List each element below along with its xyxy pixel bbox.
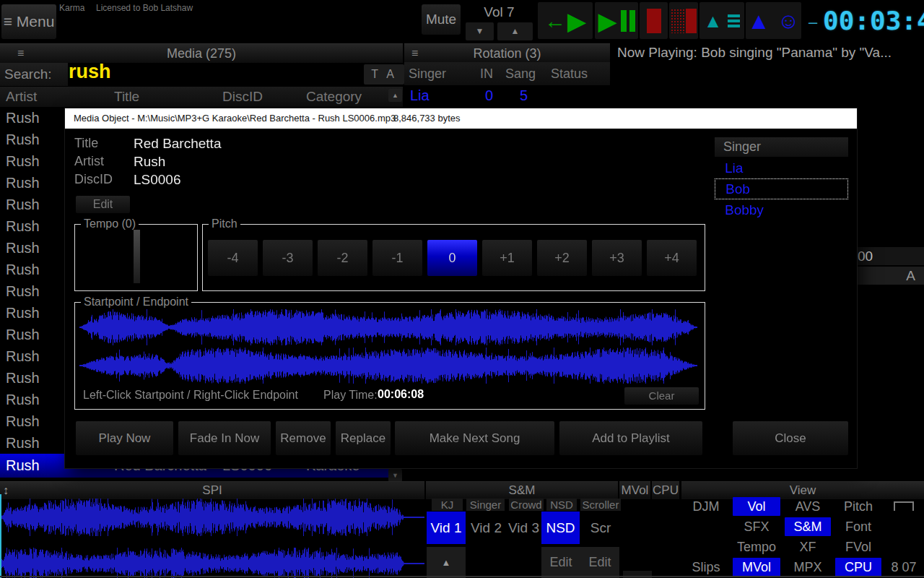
singer-item[interactable]: Lia xyxy=(715,158,848,178)
volume-up-button[interactable]: ▲ xyxy=(497,22,533,40)
channel-label-scroller[interactable]: Scroller xyxy=(580,499,621,511)
tempo-slider[interactable] xyxy=(134,230,140,283)
sm-panel-header: S&M xyxy=(426,481,618,499)
source-button-vid-3[interactable]: Vid 3 xyxy=(508,512,539,544)
transport-fade-stop-button[interactable] xyxy=(669,2,698,39)
column-title[interactable]: Title xyxy=(114,87,139,107)
view-toggle-font[interactable]: Font xyxy=(833,517,884,537)
edit-button[interactable]: Edit xyxy=(549,555,572,570)
media-panel-title: Media (275) xyxy=(0,44,403,63)
background-partial-value: 00 xyxy=(856,247,924,265)
tempo-legend: Tempo (0) xyxy=(81,217,139,230)
view-toggle-cpu[interactable]: CPU xyxy=(835,558,881,577)
sm-edit-panel: EditEdit xyxy=(541,547,619,578)
dialog-waveform[interactable] xyxy=(79,308,697,384)
channel-label-crowd[interactable]: Crowd xyxy=(509,499,544,511)
search-input[interactable]: rush xyxy=(69,61,111,83)
pitch-button-+2[interactable]: +2 xyxy=(537,240,587,276)
view-toggle-mvol[interactable]: MVol xyxy=(733,558,780,577)
transport-stop-button[interactable] xyxy=(640,2,668,39)
view-toggle-tempo[interactable]: Tempo xyxy=(731,537,783,557)
spi-title: SPI xyxy=(202,483,222,497)
rotation-panel-title: Rotation (3) xyxy=(404,44,610,63)
singer-list: LiaBobBobby xyxy=(715,158,848,220)
singer-sang: 5 xyxy=(520,85,528,105)
transport-restart-button[interactable]: ← ▶ xyxy=(538,2,593,39)
view-toggle-sfx[interactable]: SFX xyxy=(731,517,783,537)
edit-button[interactable]: Edit xyxy=(588,555,611,570)
pitch-button-+4[interactable]: +4 xyxy=(647,240,697,276)
column-discid[interactable]: DiscID xyxy=(222,87,263,107)
singer-item[interactable]: Bobby xyxy=(715,199,848,220)
transport-singer-button[interactable]: ▲ ☺ xyxy=(746,2,801,39)
volume-down-button[interactable]: ▼ xyxy=(466,22,494,40)
view-toggle-djm[interactable]: DJM xyxy=(681,496,731,517)
column-category[interactable]: Category xyxy=(306,87,362,107)
channel-label-kj[interactable]: KJ xyxy=(432,499,463,511)
cpu-header[interactable]: CPU xyxy=(652,481,679,499)
stop-icon xyxy=(647,9,661,33)
play-now-button[interactable]: Play Now xyxy=(76,421,173,455)
view-toggle-pitch[interactable]: Pitch xyxy=(833,496,884,517)
sm-up-button[interactable]: ▲ xyxy=(427,547,466,578)
field-value-title: Red Barchetta xyxy=(134,134,221,152)
pitch-button-+1[interactable]: +1 xyxy=(482,240,532,276)
search-label: Search: xyxy=(0,63,68,86)
replace-button[interactable]: Replace xyxy=(336,421,391,455)
monitor-icon xyxy=(884,496,924,517)
column-sang[interactable]: Sang xyxy=(505,62,536,85)
add-to-playlist-button[interactable]: Add to Playlist xyxy=(559,421,702,455)
channel-label-nsd[interactable]: NSD xyxy=(546,499,577,511)
spi-waveform xyxy=(0,497,424,578)
rotation-row[interactable]: Lia 0 5 xyxy=(404,85,610,105)
view-toggle-slips[interactable]: Slips xyxy=(681,557,731,577)
transport-play-pause-button[interactable]: ▶ xyxy=(595,2,638,39)
mute-button[interactable]: Mute xyxy=(422,4,461,35)
scroll-up-button[interactable]: ▲ xyxy=(388,89,402,102)
view-toggle-fvol[interactable]: FVol xyxy=(833,537,884,557)
singer-name: Lia xyxy=(410,85,430,105)
pitch-legend: Pitch xyxy=(209,217,240,230)
pitch-button--3[interactable]: -3 xyxy=(263,240,313,276)
view-toggle-s-m[interactable]: S&M xyxy=(785,517,831,536)
pitch-button-+3[interactable]: +3 xyxy=(592,240,642,276)
remove-button[interactable]: Remove xyxy=(276,421,331,455)
app-name: Karma xyxy=(59,3,84,13)
view-toggle-xf[interactable]: XF xyxy=(783,537,833,557)
channel-label-singer[interactable]: Singer xyxy=(466,499,505,511)
column-status[interactable]: Status xyxy=(551,62,588,85)
field-value-artist: Rush xyxy=(134,152,165,171)
pitch-button--2[interactable]: -2 xyxy=(318,240,367,276)
clear-button[interactable]: Clear xyxy=(624,387,699,405)
singer-item[interactable]: Bob xyxy=(715,178,848,199)
singer-in: 0 xyxy=(485,85,493,105)
edit-button[interactable]: Edit xyxy=(76,196,130,213)
pitch-button--4[interactable]: -4 xyxy=(208,240,258,276)
view-toggle-vol[interactable]: Vol xyxy=(733,497,780,516)
source-button-scr[interactable]: Scr xyxy=(582,512,619,544)
menu-button[interactable]: ≡ Menu xyxy=(1,4,56,39)
source-button-nsd[interactable]: NSD xyxy=(541,512,580,544)
column-artist[interactable]: Artist xyxy=(6,87,37,107)
pitch-button-0[interactable]: 0 xyxy=(427,240,477,276)
fade-icon xyxy=(671,9,685,33)
make-next-song-button[interactable]: Make Next Song xyxy=(395,421,554,455)
view-toggle-mpx[interactable]: MPX xyxy=(783,557,833,577)
column-in[interactable]: IN xyxy=(480,62,493,85)
menu-lines-icon xyxy=(728,14,740,27)
view-toggle-avs[interactable]: AVS xyxy=(783,496,833,517)
close-button[interactable]: Close xyxy=(733,421,848,455)
source-button-vid-2[interactable]: Vid 2 xyxy=(471,512,502,544)
search-scope-buttons[interactable]: T A D xyxy=(364,64,404,85)
background-partial-button[interactable]: A xyxy=(856,267,924,285)
transport-key-menu-button[interactable]: ▲ xyxy=(699,2,744,39)
view-grid: DJMVolAVSPitchSFXS&MFontTempoXFFVolSlips… xyxy=(681,496,924,577)
fade-in-now-button[interactable]: Fade In Now xyxy=(178,421,271,455)
mvol-header[interactable]: MVol xyxy=(619,481,650,499)
source-button-vid-1[interactable]: Vid 1 xyxy=(427,512,466,544)
pitch-button--1[interactable]: -1 xyxy=(372,240,422,276)
pause-icon xyxy=(621,10,635,32)
column-singer[interactable]: Singer xyxy=(409,62,446,85)
karma-app: ≡ Menu Karma Licensed to Bob Latshaw Mut… xyxy=(0,0,924,578)
bottom-divider xyxy=(0,576,924,577)
